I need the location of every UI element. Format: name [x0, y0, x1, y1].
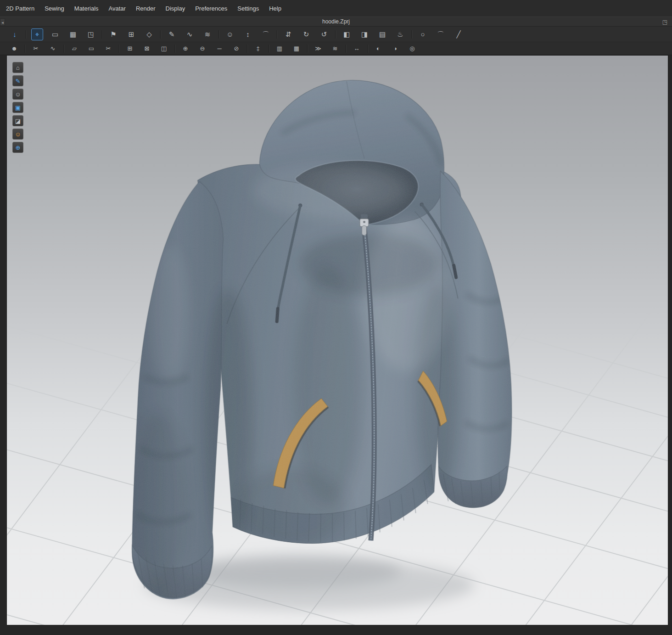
toolbar-group: ○⌒╱ — [412, 28, 470, 40]
menu-materials[interactable]: Materials — [69, 3, 104, 14]
toolbar-group: ⌖▭▦◳ — [26, 28, 102, 40]
shirring-icon[interactable]: ≋ — [330, 43, 341, 54]
show-grid-globe-icon[interactable]: ⊕ — [12, 142, 23, 153]
zipper-pull-tab — [362, 225, 366, 235]
walk-pose-icon[interactable]: ☻ — [9, 43, 20, 54]
toolbar-group: ≫≋ — [308, 43, 346, 54]
wrap-icon[interactable]: ◎ — [407, 43, 418, 54]
seam-tape-icon[interactable]: ▭ — [86, 43, 97, 54]
window-title: hoodie.Zprj — [322, 18, 350, 25]
flip-horizontal-icon[interactable]: ◐ — [373, 43, 384, 54]
drawstring-right-aglet — [454, 265, 456, 277]
flip-vertical-icon[interactable]: ◑ — [390, 43, 401, 54]
show-avatar-icon[interactable]: ☺ — [224, 28, 236, 40]
eraser-icon[interactable]: ◪ — [12, 115, 23, 126]
measure-ruler-icon[interactable]: ╱ — [453, 28, 465, 40]
tack-avatar-icon[interactable]: ⊠ — [141, 43, 152, 54]
edit-stitch-icon[interactable]: ✂ — [30, 43, 41, 54]
toolbar-group: ⊞⊠◫ — [119, 43, 174, 54]
menu-avatar[interactable]: Avatar — [104, 3, 131, 14]
show-avatar-display-icon[interactable]: ☺ — [12, 89, 23, 100]
select-move-icon[interactable]: ⌖ — [31, 28, 43, 40]
toolbar-group: ◧◨▤♨ — [336, 28, 411, 40]
binding-icon[interactable]: ▥ — [274, 43, 285, 54]
title-bar: ◂ hoodie.Zprj ◳ — [0, 17, 672, 27]
toolbar-group: ✂∿ — [25, 43, 63, 54]
toolbar-secondary: ☻✂∿▱▭✂⊞⊠◫⊕⊖─⊘‡▥▦≫≋↔◐◑◎ — [0, 42, 672, 55]
garment-floor-shadow-core — [190, 554, 401, 589]
pleats-icon[interactable]: ≫ — [313, 43, 324, 54]
viewport-tool-palette: ⌂✎☺▣◪☺⊕ — [12, 62, 23, 153]
reset-view-icon[interactable]: ⌂ — [12, 62, 23, 73]
toolbar-group: ↓ — [4, 28, 26, 40]
toolbar-group: ◐◑◎ — [368, 43, 423, 54]
hoodie-garment[interactable] — [131, 80, 512, 599]
refresh-garment-icon[interactable]: ↺ — [318, 28, 330, 40]
render-display-icon[interactable]: ▣ — [12, 102, 23, 113]
fit-garment-icon[interactable]: ⇵ — [282, 28, 294, 40]
remove-point-icon[interactable]: ⊖ — [197, 43, 208, 54]
toolbar-group: ✎∿≋ — [161, 28, 218, 40]
transform-pattern-icon[interactable]: ◳ — [85, 28, 97, 40]
toolbar-group: ⚑⊞◇ — [102, 28, 160, 40]
add-point-icon[interactable]: ⊕ — [180, 43, 191, 54]
toolbar-group: ⇵↻↺ — [277, 28, 335, 40]
select-rectangle-icon[interactable]: ▭ — [49, 28, 61, 40]
trace-pattern-icon[interactable]: ▱ — [69, 43, 80, 54]
cut-and-sew-icon[interactable]: ✂ — [103, 43, 114, 54]
menu-preferences[interactable]: Preferences — [190, 3, 232, 14]
ease-stitch-icon[interactable]: ∿ — [47, 43, 58, 54]
lock-pattern-icon[interactable]: ⊘ — [231, 43, 242, 54]
measure-circumference-icon[interactable]: ○ — [417, 28, 429, 40]
steam-press-icon[interactable]: ♨ — [394, 28, 406, 40]
menu-bar: 2D PatternSewingMaterialsAvatarRenderDis… — [0, 0, 672, 17]
add-line-icon[interactable]: ─ — [214, 43, 225, 54]
toolbar-group: ‡ — [247, 43, 269, 54]
avatar-tape-icon[interactable]: ⌒ — [260, 28, 272, 40]
tack-on-avatar-icon[interactable]: ▤ — [376, 28, 388, 40]
menu-render[interactable]: Render — [131, 3, 161, 14]
measure-tape-icon[interactable]: ⌒ — [435, 28, 447, 40]
zipper-top-stop — [361, 214, 368, 218]
panel-collapse-icon[interactable]: ◂ — [0, 18, 5, 26]
fold-arrangement-icon[interactable]: ◇ — [143, 28, 155, 40]
toolbar-group: ▱▭✂ — [64, 43, 119, 54]
piping-icon[interactable]: ▦ — [291, 43, 302, 54]
menu-sewing[interactable]: Sewing — [39, 3, 69, 14]
pin-icon[interactable]: ⚑ — [107, 28, 119, 40]
paint-texture-icon[interactable]: ✎ — [12, 75, 23, 86]
zipper-icon[interactable]: ‡ — [252, 43, 263, 54]
float-window-icon[interactable]: ◳ — [662, 18, 667, 26]
edit-sewing-icon[interactable]: ✎ — [166, 28, 178, 40]
segment-sewing-icon[interactable]: ∿ — [184, 28, 196, 40]
drawstring-left-aglet — [277, 309, 278, 321]
toolbar-group: ☻ — [4, 43, 25, 54]
tack-icon[interactable]: ⊞ — [124, 43, 135, 54]
viewport-3d-scene[interactable] — [7, 56, 668, 625]
toolbar-group: ☺↕⌒ — [219, 28, 277, 40]
menu-2d-pattern[interactable]: 2D Pattern — [1, 3, 39, 14]
toolbar-group: ⊕⊖─⊘ — [175, 43, 247, 54]
reset-arrangement-icon[interactable]: ↻ — [300, 28, 312, 40]
menu-display[interactable]: Display — [161, 3, 190, 14]
toolbar-main: ↓⌖▭▦◳⚑⊞◇✎∿≋☺↕⌒⇵↻↺◧◨▤♨○⌒╱ — [0, 27, 672, 42]
avatar-size-icon[interactable]: ↕ — [242, 28, 254, 40]
avatar-head-display-icon[interactable]: ☺ — [12, 129, 23, 140]
layer-under-icon[interactable]: ◧ — [341, 28, 353, 40]
toolbar-group: ▥▦ — [269, 43, 307, 54]
menu-help[interactable]: Help — [264, 3, 286, 14]
free-sewing-icon[interactable]: ≋ — [202, 28, 213, 40]
toolbar-group: ↔ — [346, 43, 367, 54]
pin-box-icon[interactable]: ⊞ — [125, 28, 137, 40]
layer-over-icon[interactable]: ◨ — [358, 28, 370, 40]
app-window: { "window": { "title": "hoodie.Zprj", "f… — [0, 0, 672, 635]
viewport-3d[interactable]: ⌂✎☺▣◪☺⊕ — [6, 55, 668, 625]
menu-settings[interactable]: Settings — [232, 3, 264, 14]
simulate-icon[interactable]: ↓ — [9, 28, 21, 40]
fold-panel-icon[interactable]: ◫ — [158, 43, 169, 54]
select-mesh-icon[interactable]: ▦ — [67, 28, 79, 40]
align-icon[interactable]: ↔ — [351, 43, 362, 54]
